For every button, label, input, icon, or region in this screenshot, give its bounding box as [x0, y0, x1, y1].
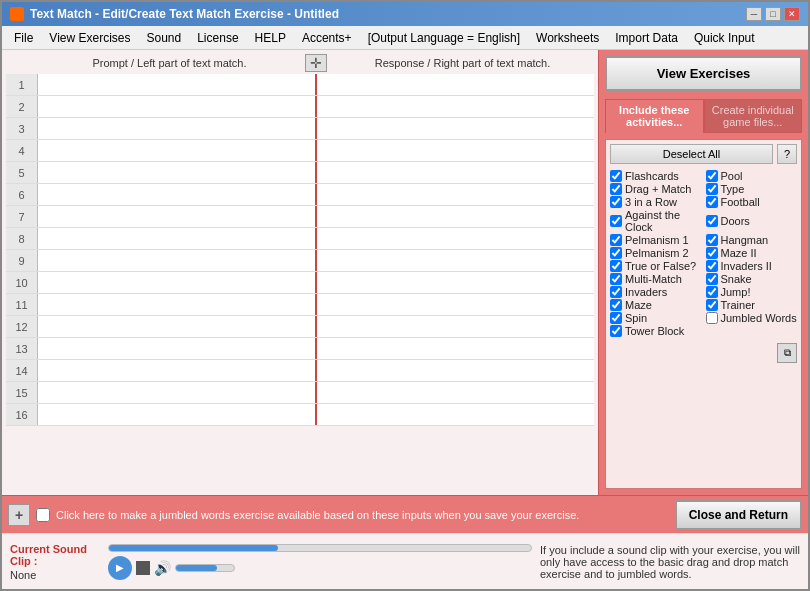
cell-left-1[interactable]: [38, 74, 317, 95]
checkbox-pool[interactable]: [706, 170, 718, 182]
deselect-all-button[interactable]: Deselect All: [610, 144, 773, 164]
play-button[interactable]: ▶: [108, 556, 132, 580]
help-button[interactable]: ?: [777, 144, 797, 164]
cell-right-14[interactable]: [317, 360, 594, 381]
cell-right-4[interactable]: [317, 140, 594, 161]
cell-left-15[interactable]: [38, 382, 317, 403]
cell-left-14[interactable]: [38, 360, 317, 381]
input-right-15[interactable]: [321, 382, 590, 403]
input-left-15[interactable]: [42, 382, 311, 403]
input-left-9[interactable]: [42, 250, 311, 271]
checkbox-type[interactable]: [706, 183, 718, 195]
input-right-3[interactable]: [321, 118, 590, 139]
cell-right-16[interactable]: [317, 404, 594, 425]
expand-button[interactable]: ⧉: [777, 343, 797, 363]
cell-left-5[interactable]: [38, 162, 317, 183]
checkbox-flashcards[interactable]: [610, 170, 622, 182]
input-right-7[interactable]: [321, 206, 590, 227]
cell-right-6[interactable]: [317, 184, 594, 205]
checkbox-doors[interactable]: [706, 215, 718, 227]
checkbox-maze[interactable]: [610, 299, 622, 311]
input-left-13[interactable]: [42, 338, 311, 359]
add-row-button[interactable]: +: [8, 504, 30, 526]
tab-include-activities[interactable]: Include these activities...: [605, 99, 704, 133]
cell-right-5[interactable]: [317, 162, 594, 183]
input-left-3[interactable]: [42, 118, 311, 139]
checkbox-snake[interactable]: [706, 273, 718, 285]
input-left-11[interactable]: [42, 294, 311, 315]
move-splitter-icon[interactable]: ✛: [305, 54, 327, 72]
input-right-14[interactable]: [321, 360, 590, 381]
checkbox-pelmanism1[interactable]: [610, 234, 622, 246]
cell-left-6[interactable]: [38, 184, 317, 205]
input-right-10[interactable]: [321, 272, 590, 293]
cell-right-11[interactable]: [317, 294, 594, 315]
input-right-9[interactable]: [321, 250, 590, 271]
input-right-8[interactable]: [321, 228, 590, 249]
cell-right-10[interactable]: [317, 272, 594, 293]
input-right-2[interactable]: [321, 96, 590, 117]
input-left-5[interactable]: [42, 162, 311, 183]
checkbox-hangman[interactable]: [706, 234, 718, 246]
checkbox-tower-block[interactable]: [610, 325, 622, 337]
cell-right-9[interactable]: [317, 250, 594, 271]
input-right-12[interactable]: [321, 316, 590, 337]
input-left-16[interactable]: [42, 404, 311, 425]
checkbox-spin[interactable]: [610, 312, 622, 324]
input-right-13[interactable]: [321, 338, 590, 359]
cell-left-4[interactable]: [38, 140, 317, 161]
checkbox-multi-match[interactable]: [610, 273, 622, 285]
input-right-6[interactable]: [321, 184, 590, 205]
menu-output-lang[interactable]: [Output Language = English]: [360, 29, 528, 47]
checkbox-3-in-a-row[interactable]: [610, 196, 622, 208]
tab-create-files[interactable]: Create individual game files...: [704, 99, 803, 133]
cell-left-16[interactable]: [38, 404, 317, 425]
checkbox-jumbled-words[interactable]: [706, 312, 718, 324]
checkbox-true-false[interactable]: [610, 260, 622, 272]
checkbox-trainer[interactable]: [706, 299, 718, 311]
input-left-14[interactable]: [42, 360, 311, 381]
input-left-6[interactable]: [42, 184, 311, 205]
checkbox-pelmanism2[interactable]: [610, 247, 622, 259]
checkbox-maze2[interactable]: [706, 247, 718, 259]
cell-left-9[interactable]: [38, 250, 317, 271]
stop-button[interactable]: [136, 561, 150, 575]
cell-right-13[interactable]: [317, 338, 594, 359]
sound-progress-bar[interactable]: [108, 544, 532, 552]
checkbox-football[interactable]: [706, 196, 718, 208]
checkbox-jump[interactable]: [706, 286, 718, 298]
input-right-1[interactable]: [321, 74, 590, 95]
input-right-5[interactable]: [321, 162, 590, 183]
checkbox-drag-match[interactable]: [610, 183, 622, 195]
cell-left-10[interactable]: [38, 272, 317, 293]
input-left-1[interactable]: [42, 74, 311, 95]
cell-right-3[interactable]: [317, 118, 594, 139]
minimize-button[interactable]: ─: [746, 7, 762, 21]
close-return-button[interactable]: Close and Return: [675, 500, 802, 530]
menu-worksheets[interactable]: Worksheets: [528, 29, 607, 47]
cell-right-2[interactable]: [317, 96, 594, 117]
checkbox-invaders[interactable]: [610, 286, 622, 298]
cell-right-1[interactable]: [317, 74, 594, 95]
checkbox-against-clock[interactable]: [610, 215, 622, 227]
cell-right-12[interactable]: [317, 316, 594, 337]
input-left-8[interactable]: [42, 228, 311, 249]
cell-left-7[interactable]: [38, 206, 317, 227]
menu-import-data[interactable]: Import Data: [607, 29, 686, 47]
menu-view-exercises[interactable]: View Exercises: [41, 29, 138, 47]
menu-sound[interactable]: Sound: [138, 29, 189, 47]
volume-slider[interactable]: [175, 564, 235, 572]
input-left-2[interactable]: [42, 96, 311, 117]
cell-left-8[interactable]: [38, 228, 317, 249]
maximize-button[interactable]: □: [765, 7, 781, 21]
cell-left-11[interactable]: [38, 294, 317, 315]
input-left-7[interactable]: [42, 206, 311, 227]
input-left-10[interactable]: [42, 272, 311, 293]
cell-right-7[interactable]: [317, 206, 594, 227]
menu-accents[interactable]: Accents+: [294, 29, 360, 47]
close-window-button[interactable]: ✕: [784, 7, 800, 21]
cell-left-3[interactable]: [38, 118, 317, 139]
cell-left-13[interactable]: [38, 338, 317, 359]
cell-right-8[interactable]: [317, 228, 594, 249]
cell-right-15[interactable]: [317, 382, 594, 403]
